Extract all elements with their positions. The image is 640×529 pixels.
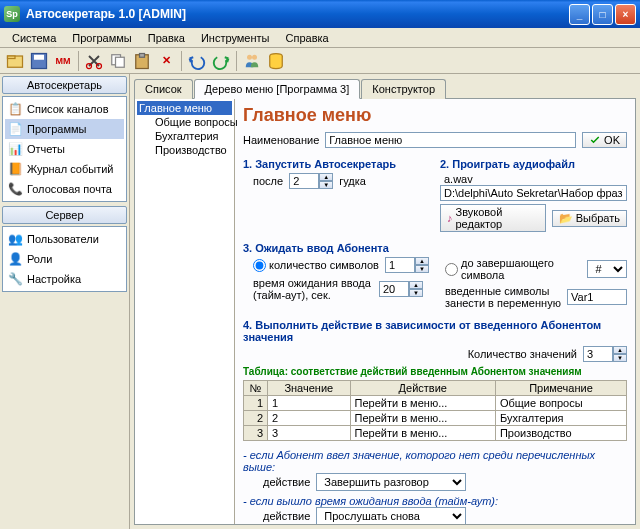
content: Список Дерево меню [Программа 3] Констру… bbox=[130, 74, 640, 529]
sidebar-item-roles[interactable]: 👤Роли bbox=[5, 249, 124, 269]
count-stepper[interactable]: ▲▼ bbox=[583, 346, 627, 362]
fallback1-select[interactable]: Завершить разговор bbox=[316, 473, 466, 491]
sidebar-item-programs[interactable]: 📄Программы bbox=[5, 119, 124, 139]
cell-val[interactable]: 2 bbox=[268, 411, 351, 426]
timeout-input[interactable] bbox=[379, 281, 409, 297]
sidebar-item-log[interactable]: 📙Журнал событий bbox=[5, 159, 124, 179]
menu-edit[interactable]: Правка bbox=[140, 30, 193, 46]
tool-save-icon[interactable] bbox=[28, 50, 50, 72]
sound-editor-button[interactable]: ♪Звуковой редактор bbox=[440, 204, 546, 232]
cell-note[interactable]: Бухгалтерия bbox=[495, 411, 626, 426]
actions-table: № Значение Действие Примечание 11Перейти… bbox=[243, 380, 627, 441]
main: Автосекретарь 📋Список каналов 📄Программы… bbox=[0, 74, 640, 529]
cell-note[interactable]: Производство bbox=[495, 426, 626, 441]
tool-users-icon[interactable] bbox=[241, 50, 263, 72]
tab-list[interactable]: Список bbox=[134, 79, 193, 99]
menu-help[interactable]: Справка bbox=[278, 30, 337, 46]
radio-label: количество символов bbox=[269, 259, 379, 271]
tab-constructor[interactable]: Конструктор bbox=[361, 79, 446, 99]
cell-note[interactable]: Общие вопросы bbox=[495, 396, 626, 411]
spin-down-icon[interactable]: ▼ bbox=[613, 354, 627, 362]
table-row[interactable]: 33Перейти в меню...Производство bbox=[244, 426, 627, 441]
beeps-stepper[interactable]: ▲▼ bbox=[289, 173, 333, 189]
sidebar-item-label: Список каналов bbox=[27, 103, 109, 115]
tabs: Список Дерево меню [Программа 3] Констру… bbox=[130, 74, 640, 98]
cell-val[interactable]: 3 bbox=[268, 426, 351, 441]
titlebar: Sp Автосекретарь 1.0 [ADMIN] _ □ × bbox=[0, 0, 640, 28]
spin-down-icon[interactable]: ▼ bbox=[415, 265, 429, 273]
radio-terminator[interactable]: до завершающего символа bbox=[445, 257, 581, 281]
tool-delete-icon[interactable]: ✕ bbox=[155, 50, 177, 72]
menu-tools[interactable]: Инструменты bbox=[193, 30, 278, 46]
tool-mm-icon[interactable]: MM bbox=[52, 50, 74, 72]
tool-redo-icon[interactable] bbox=[210, 50, 232, 72]
fallback2-label: - если вышло время ожидания ввода (тайм-… bbox=[243, 495, 627, 507]
tool-copy-icon[interactable] bbox=[107, 50, 129, 72]
table-row[interactable]: 22Перейти в меню...Бухгалтерия bbox=[244, 411, 627, 426]
tree-child[interactable]: Общие вопросы bbox=[137, 115, 232, 129]
th-note: Примечание bbox=[495, 381, 626, 396]
radio-symbol-count[interactable]: количество символов bbox=[253, 259, 379, 272]
sidebar-item-channels[interactable]: 📋Список каналов bbox=[5, 99, 124, 119]
cell-val[interactable]: 1 bbox=[268, 396, 351, 411]
ok-button[interactable]: OK bbox=[582, 132, 627, 148]
symbols-input[interactable] bbox=[385, 257, 415, 273]
sidebar-item-voicemail[interactable]: 📞Голосовая почта bbox=[5, 179, 124, 199]
menu-programs[interactable]: Программы bbox=[64, 30, 139, 46]
spin-down-icon[interactable]: ▼ bbox=[409, 289, 423, 297]
beeps-input[interactable] bbox=[289, 173, 319, 189]
tool-paste-icon[interactable] bbox=[131, 50, 153, 72]
sec3-title: 3. Ожидать ввод Абонента bbox=[243, 242, 627, 254]
settings-icon: 🔧 bbox=[7, 271, 23, 287]
spin-down-icon[interactable]: ▼ bbox=[319, 181, 333, 189]
cell-act[interactable]: Перейти в меню... bbox=[350, 426, 495, 441]
menu-system[interactable]: Система bbox=[4, 30, 64, 46]
table-row[interactable]: 11Перейти в меню...Общие вопросы bbox=[244, 396, 627, 411]
var-input[interactable] bbox=[567, 289, 627, 305]
sidebar-panel2: 👥Пользователи 👤Роли 🔧Настройка bbox=[2, 226, 127, 292]
tool-db-icon[interactable] bbox=[265, 50, 287, 72]
cell-act[interactable]: Перейти в меню... bbox=[350, 411, 495, 426]
th-action: Действие bbox=[350, 381, 495, 396]
tool-open-icon[interactable] bbox=[4, 50, 26, 72]
sidebar-item-settings[interactable]: 🔧Настройка bbox=[5, 269, 124, 289]
roles-icon: 👤 bbox=[7, 251, 23, 267]
sidebar-panel1: 📋Список каналов 📄Программы 📊Отчеты 📙Журн… bbox=[2, 96, 127, 202]
tree-child[interactable]: Бухгалтерия bbox=[137, 129, 232, 143]
cell-act[interactable]: Перейти в меню... bbox=[350, 396, 495, 411]
sidebar-panel1-title: Автосекретарь bbox=[2, 76, 127, 94]
timeout-stepper[interactable]: ▲▼ bbox=[379, 281, 423, 297]
audio-path-input[interactable] bbox=[440, 185, 627, 201]
symbols-stepper[interactable]: ▲▼ bbox=[385, 257, 429, 273]
sec1-title: 1. Запустить Автосекретарь bbox=[243, 158, 430, 170]
timeout-label: время ожидания ввода (тайм-аут), сек. bbox=[253, 277, 373, 301]
terminator-select[interactable]: # bbox=[587, 260, 627, 278]
fallback2-select[interactable]: Прослушать снова bbox=[316, 507, 466, 524]
th-num: № bbox=[244, 381, 268, 396]
tool-undo-icon[interactable] bbox=[186, 50, 208, 72]
spin-up-icon[interactable]: ▲ bbox=[613, 346, 627, 354]
tool-cut-icon[interactable] bbox=[83, 50, 105, 72]
spin-up-icon[interactable]: ▲ bbox=[409, 281, 423, 289]
name-label: Наименование bbox=[243, 134, 319, 146]
tab-menu-tree[interactable]: Дерево меню [Программа 3] bbox=[194, 79, 361, 99]
tree-root[interactable]: Главное меню bbox=[137, 101, 232, 115]
tree-child[interactable]: Производство bbox=[137, 143, 232, 157]
maximize-button[interactable]: □ bbox=[592, 4, 613, 25]
table-caption: Таблица: соответствие действий введенным… bbox=[243, 366, 627, 377]
radio-input[interactable] bbox=[253, 259, 266, 272]
count-input[interactable] bbox=[583, 346, 613, 362]
sidebar-item-users[interactable]: 👥Пользователи bbox=[5, 229, 124, 249]
page-title: Главное меню bbox=[243, 105, 627, 126]
close-button[interactable]: × bbox=[615, 4, 636, 25]
sec2-title: 2. Проиграть аудиофайл bbox=[440, 158, 627, 170]
minimize-button[interactable]: _ bbox=[569, 4, 590, 25]
spin-up-icon[interactable]: ▲ bbox=[319, 173, 333, 181]
cell-num: 1 bbox=[244, 396, 268, 411]
sidebar-item-reports[interactable]: 📊Отчеты bbox=[5, 139, 124, 159]
svg-rect-3 bbox=[34, 54, 44, 59]
spin-up-icon[interactable]: ▲ bbox=[415, 257, 429, 265]
radio-input[interactable] bbox=[445, 263, 458, 276]
browse-button[interactable]: 📂Выбрать bbox=[552, 210, 627, 227]
name-input[interactable] bbox=[325, 132, 576, 148]
